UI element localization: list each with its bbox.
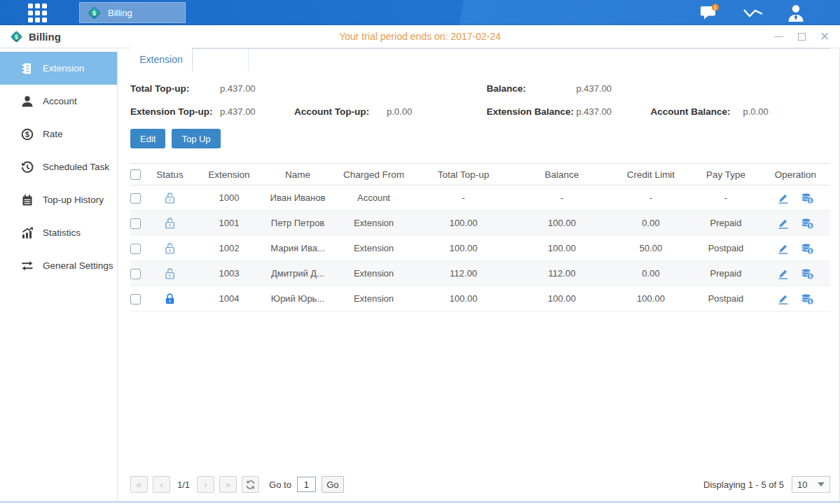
cell-name: Петр Петров xyxy=(262,211,333,236)
tab-extension-label: Extension xyxy=(139,54,182,65)
sidebar-item-scheduled-task[interactable]: Scheduled Task xyxy=(0,150,117,183)
svg-text:$: $ xyxy=(809,197,812,203)
cell-operation: $ xyxy=(761,236,830,261)
user-account-icon[interactable] xyxy=(787,4,805,22)
cell-extension: 1000 xyxy=(196,186,262,211)
unlocked-icon[interactable] xyxy=(164,217,176,230)
top-up-coins-icon[interactable]: $ xyxy=(801,242,814,255)
taskbar-billing-button[interactable]: $ Billing xyxy=(79,2,186,23)
notifications-icon[interactable]: ! xyxy=(700,4,719,22)
column-extension: Extension xyxy=(196,164,262,186)
close-icon[interactable]: ✕ xyxy=(819,31,830,42)
sidebar-item-label: Account xyxy=(43,96,77,106)
refresh-button[interactable] xyxy=(242,476,259,493)
unlocked-icon[interactable] xyxy=(164,192,176,204)
cell-total-topup: 100.00 xyxy=(414,286,513,312)
tab-extension[interactable]: Extension xyxy=(130,48,193,71)
row-checkbox[interactable] xyxy=(130,193,141,204)
cell-status xyxy=(144,186,196,211)
svg-text:$: $ xyxy=(25,130,29,139)
account-balance-value: p.0.00 xyxy=(743,106,831,117)
goto-page-input[interactable] xyxy=(297,477,316,492)
edit-pencil-icon[interactable] xyxy=(777,267,790,280)
top-up-button[interactable]: Top Up xyxy=(172,129,220,148)
cell-pay-type: Postpaid xyxy=(691,236,761,261)
unlocked-icon[interactable] xyxy=(164,242,176,255)
first-page-button[interactable]: « xyxy=(130,476,148,493)
cell-total-topup: 100.00 xyxy=(414,211,513,236)
edit-pencil-icon[interactable] xyxy=(777,192,790,204)
table-row[interactable]: 1001 Петр Петров Extension 100.00 100.00… xyxy=(130,211,830,236)
svg-text:$: $ xyxy=(15,33,18,40)
svg-text:$: $ xyxy=(809,298,812,304)
cell-balance: 112.00 xyxy=(513,261,611,286)
page-size-select[interactable]: 10 xyxy=(792,476,830,493)
sidebar-item-statistics[interactable]: Statistics xyxy=(0,216,117,249)
locked-icon[interactable] xyxy=(164,293,176,305)
cell-pay-type: - xyxy=(691,186,761,211)
sidebar-item-topup-history[interactable]: Top-up History xyxy=(0,183,117,216)
cell-extension: 1001 xyxy=(196,211,262,236)
row-checkbox[interactable] xyxy=(130,218,141,229)
sidebar-item-label: Statistics xyxy=(43,227,81,238)
minimize-icon[interactable] xyxy=(773,31,784,42)
top-up-coins-icon[interactable]: $ xyxy=(801,293,814,305)
svg-text:$: $ xyxy=(809,273,812,279)
table-row[interactable]: 1004 Юрий Юрь... Extension 100.00 100.00… xyxy=(130,286,830,312)
window-bottom-border xyxy=(0,501,840,503)
column-credit-limit: Credit Limit xyxy=(611,164,691,186)
total-topup-label: Total Top-up: xyxy=(130,83,220,94)
statistics-icon xyxy=(21,227,34,239)
prev-page-button[interactable]: ‹ xyxy=(153,476,170,493)
cell-operation: $ xyxy=(761,186,830,211)
cell-charged-from: Extension xyxy=(333,286,414,312)
top-up-coins-icon[interactable]: $ xyxy=(801,192,814,204)
statistics-chart-icon[interactable] xyxy=(742,4,764,21)
top-up-coins-icon[interactable]: $ xyxy=(801,267,814,280)
table-row[interactable]: 1000 Иван Иванов Account - - - - xyxy=(130,186,830,211)
select-all-checkbox[interactable] xyxy=(130,169,141,180)
maximize-icon[interactable] xyxy=(796,31,807,42)
row-checkbox[interactable] xyxy=(130,269,141,279)
row-checkbox[interactable] xyxy=(130,294,141,304)
extension-balance-value: p.437.00 xyxy=(577,106,651,117)
sidebar-item-general-settings[interactable]: General Settings xyxy=(0,249,117,282)
sidebar-item-extension[interactable]: Extension xyxy=(0,52,117,85)
edit-button[interactable]: Edit xyxy=(130,129,165,148)
edit-pencil-icon[interactable] xyxy=(777,293,790,305)
cell-extension: 1004 xyxy=(196,286,262,312)
cell-total-topup: 112.00 xyxy=(414,261,513,286)
last-page-button[interactable]: » xyxy=(219,476,237,493)
column-pay-type: Pay Type xyxy=(691,164,761,186)
extension-balance-label: Extension Balance: xyxy=(487,106,577,117)
top-up-coins-icon[interactable]: $ xyxy=(801,217,814,230)
sidebar-item-account[interactable]: Account xyxy=(0,85,117,118)
row-checkbox[interactable] xyxy=(130,244,141,254)
extension-table-body: 1000 Иван Иванов Account - - - - xyxy=(130,186,830,312)
account-icon xyxy=(21,95,34,108)
cell-total-topup: - xyxy=(414,186,513,211)
cell-name: Юрий Юрь... xyxy=(262,286,333,312)
total-topup-value: p.437.00 xyxy=(220,83,294,94)
sidebar-item-label: Scheduled Task xyxy=(43,162,109,172)
unlocked-icon[interactable] xyxy=(164,267,176,280)
cell-credit-limit: 50.00 xyxy=(611,236,691,261)
trial-notice: Your trial period ends on: 2017-02-24 xyxy=(339,31,501,42)
next-page-button[interactable]: › xyxy=(197,476,214,493)
rate-icon: $ xyxy=(21,128,34,141)
app-grid-icon[interactable] xyxy=(28,4,47,22)
balance-summary: Total Top-up: p.437.00 Extension Top-up:… xyxy=(130,71,830,117)
extension-topup-label: Extension Top-up: xyxy=(130,106,220,117)
cell-status xyxy=(144,236,196,261)
cell-total-topup: 100.00 xyxy=(414,236,513,261)
table-row[interactable]: 1002 Мария Ива... Extension 100.00 100.0… xyxy=(130,236,830,261)
balance-value: p.437.00 xyxy=(577,83,651,94)
go-button[interactable]: Go xyxy=(322,476,344,493)
edit-pencil-icon[interactable] xyxy=(777,242,790,255)
edit-pencil-icon[interactable] xyxy=(777,217,790,230)
cell-status xyxy=(144,261,196,286)
table-row[interactable]: 1003 Дмитрий Д... Extension 112.00 112.0… xyxy=(130,261,830,286)
sidebar-item-rate[interactable]: $ Rate xyxy=(0,118,117,150)
svg-text:$: $ xyxy=(809,223,812,228)
column-total-topup: Total Top-up xyxy=(414,164,513,186)
